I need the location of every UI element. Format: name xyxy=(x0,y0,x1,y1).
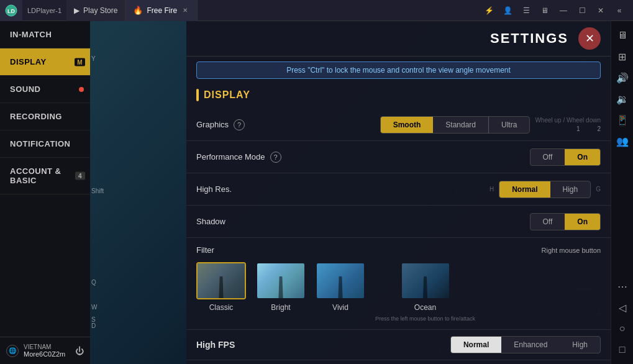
sidebar: IN-MATCH DISPLAY SOUND RECORDING NOTIFIC… xyxy=(0,21,90,364)
high-res-h-hint: H xyxy=(490,186,494,193)
user-profile: 🌐 VIETNAM More6C0Z2m ⏻ xyxy=(0,337,90,364)
high-res-row: High Res. H Normal High G xyxy=(186,173,611,206)
close-window-icon[interactable]: ✕ xyxy=(592,3,609,18)
performance-help-icon[interactable]: ? xyxy=(270,152,281,163)
minimize-icon[interactable]: — xyxy=(555,3,572,18)
display-label: DISPLAY xyxy=(10,57,47,66)
recording-label: RECORDING xyxy=(10,112,62,121)
right-bar-back-icon[interactable]: ◁ xyxy=(613,298,632,317)
graphics-smooth-btn[interactable]: Smooth xyxy=(381,117,434,133)
playstore-tab-label: Play Store xyxy=(83,6,117,15)
graphics-standard-btn[interactable]: Standard xyxy=(433,117,488,133)
performance-on-btn[interactable]: On xyxy=(565,149,600,165)
graphics-help-icon[interactable]: ? xyxy=(234,119,245,130)
performance-mode-label: Performance Mode ? xyxy=(196,152,530,163)
close-tab-icon[interactable]: ✕ xyxy=(181,6,189,15)
shadow-toggle: Off On xyxy=(530,213,601,230)
sound-label: SOUND xyxy=(10,84,40,94)
filter-ocean-thumb xyxy=(401,262,450,299)
in-match-label: IN-MATCH xyxy=(10,30,52,39)
maximize-icon[interactable]: ☐ xyxy=(573,3,591,18)
right-mouse-hint: Right mouse button xyxy=(542,247,601,254)
right-bar-more-icon[interactable]: ⋯ xyxy=(613,277,632,296)
filter-vivid-preview xyxy=(317,263,364,298)
tab-freefire[interactable]: 🔥 Free Fire ✕ xyxy=(125,0,198,21)
right-bar-circle-icon[interactable]: ○ xyxy=(613,319,632,338)
fire-attack-hint: Press the left mouse button to fire/atta… xyxy=(375,316,475,322)
filter-bright-name: Bright xyxy=(271,303,290,312)
shadow-off-btn[interactable]: Off xyxy=(531,214,565,230)
sidebar-item-in-match[interactable]: IN-MATCH xyxy=(0,21,90,48)
notification-dot xyxy=(79,87,84,92)
high-fps-high-btn[interactable]: High xyxy=(560,337,600,353)
menu-icon[interactable]: ☰ xyxy=(517,3,535,18)
filter-ocean-item[interactable]: Ocean Press the left mouse button to fir… xyxy=(375,262,475,322)
settings-title: SETTINGS xyxy=(490,30,568,47)
shadow-on-btn[interactable]: On xyxy=(565,214,600,230)
key-s: S xyxy=(91,316,96,323)
shadow-label: Shadow xyxy=(196,217,530,226)
high-res-label: High Res. xyxy=(196,184,490,194)
filter-classic-preview xyxy=(198,263,245,298)
high-fps-label: High FPS xyxy=(196,340,450,350)
filter-bright-preview xyxy=(257,263,304,298)
account-badge: 4 xyxy=(75,172,85,180)
filter-ocean-name: Ocean xyxy=(414,303,436,312)
freefire-icon: 🔥 xyxy=(133,6,143,15)
svg-text:LD: LD xyxy=(7,8,15,14)
right-bar-phone-icon[interactable]: 📱 xyxy=(613,111,632,129)
username-label: More6C0Z2m xyxy=(24,350,65,358)
settings-panel: SETTINGS ✕ Press "Ctrl" to lock the mous… xyxy=(186,21,611,364)
graphics-label: Graphics ? xyxy=(196,119,380,130)
sidebar-item-display[interactable]: DISPLAY xyxy=(0,48,90,76)
playstore-icon: ▶ xyxy=(74,6,80,15)
collapse-icon[interactable]: « xyxy=(611,3,628,18)
account-basic-label: ACCOUNT & BASIC xyxy=(10,166,61,185)
display-section-title: DISPLAY xyxy=(204,89,250,101)
country-icon: 🌐 xyxy=(6,345,19,357)
freefire-tab-label: Free Fire xyxy=(147,6,177,15)
filter-grid: Classic Bright Vivid xyxy=(196,262,601,322)
sidebar-item-sound[interactable]: SOUND xyxy=(0,76,90,103)
high-fps-enhanced-btn[interactable]: Enhanced xyxy=(501,337,560,353)
section-bar xyxy=(196,89,199,101)
high-res-normal-btn[interactable]: Normal xyxy=(499,181,550,198)
filter-bright-thumb xyxy=(256,262,306,299)
high-res-g-hint: G xyxy=(596,186,601,193)
tab-playstore[interactable]: ▶ Play Store xyxy=(66,0,125,21)
sidebar-item-notification[interactable]: NOTIFICATION xyxy=(0,130,90,158)
filter-section: Filter Right mouse button Classic xyxy=(186,238,611,330)
filter-vivid-name: Vivid xyxy=(332,303,348,312)
right-bar-grid-icon[interactable]: ⊞ xyxy=(613,47,632,66)
graphics-row: Graphics ? Smooth Standard Ultra Wheel u… xyxy=(186,109,611,141)
key-d: D xyxy=(91,322,96,329)
filter-vivid-item[interactable]: Vivid xyxy=(316,262,365,322)
filter-classic-item[interactable]: Classic xyxy=(196,262,246,322)
performance-mode-row: Performance Mode ? Off On xyxy=(186,141,611,173)
key-w: W xyxy=(91,304,97,311)
lightning-icon[interactable]: ⚡ xyxy=(480,3,498,18)
high-fps-normal-btn[interactable]: Normal xyxy=(451,337,501,353)
filter-vivid-thumb xyxy=(316,262,365,299)
performance-off-btn[interactable]: Off xyxy=(531,149,565,165)
graphics-ultra-btn[interactable]: Ultra xyxy=(488,117,529,133)
filter-bright-item[interactable]: Bright xyxy=(256,262,306,322)
right-bar-volume-up-icon[interactable]: 🔊 xyxy=(613,68,632,87)
sidebar-item-account-basic[interactable]: ACCOUNT & BASIC 4 xyxy=(0,158,90,194)
settings-close-button[interactable]: ✕ xyxy=(578,27,601,50)
app-name: LDPlayer-1 xyxy=(22,7,66,14)
info-bar: Press "Ctrl" to lock the mouse and contr… xyxy=(196,61,601,79)
settings-header: SETTINGS ✕ xyxy=(186,21,611,57)
right-bar-volume-down-icon[interactable]: 🔉 xyxy=(613,89,632,108)
right-bar-square-icon[interactable]: □ xyxy=(613,340,632,359)
country-label: VIETNAM xyxy=(24,344,65,350)
title-bar: LD LDPlayer-1 ▶ Play Store 🔥 Free Fire ✕… xyxy=(0,0,633,21)
right-bar-screen-icon[interactable]: 🖥 xyxy=(613,26,632,45)
user-icon[interactable]: 👤 xyxy=(499,3,516,18)
main-layout: IN-MATCH DISPLAY SOUND RECORDING NOTIFIC… xyxy=(0,21,633,364)
sidebar-item-recording[interactable]: RECORDING xyxy=(0,103,90,130)
right-bar-users-icon[interactable]: 👥 xyxy=(613,132,632,150)
logout-icon[interactable]: ⏻ xyxy=(75,346,84,356)
high-res-high-btn[interactable]: High xyxy=(550,181,591,198)
screen-icon[interactable]: 🖥 xyxy=(536,3,553,18)
